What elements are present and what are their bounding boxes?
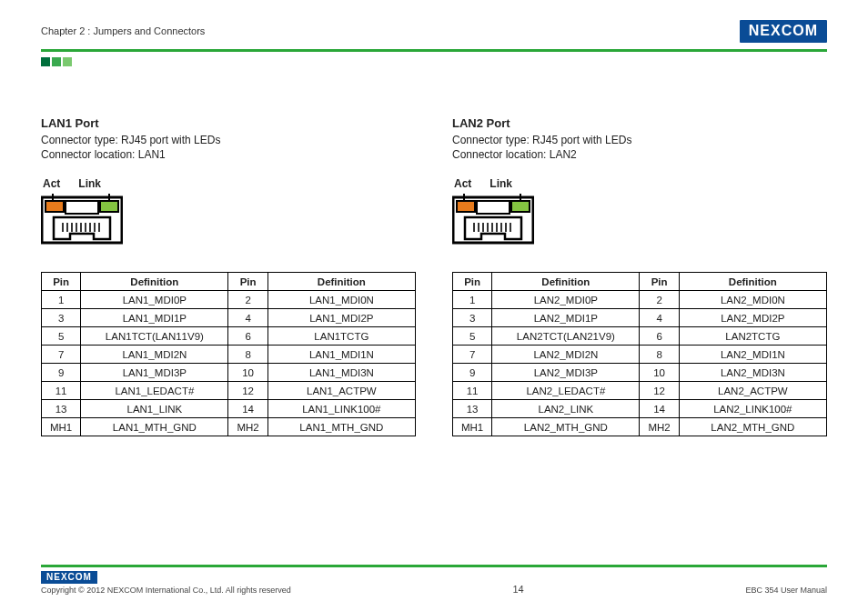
lan2-column: LAN2 Port Connector type: RJ45 port with… <box>452 116 827 436</box>
header-rule <box>41 49 827 52</box>
connector-type: Connector type: RJ45 port with LEDs <box>452 134 827 146</box>
chapter-title: Chapter 2 : Jumpers and Connectors <box>41 25 205 36</box>
rj45-jack-icon <box>452 192 534 246</box>
table-row: 9 LAN2_MDI3P 10 LAN2_MDI3N <box>453 364 827 382</box>
pin-definition-table: Pin Definition Pin Definition 1 LAN2_MDI… <box>452 272 827 436</box>
brand-logo: NEXCOM <box>740 20 827 43</box>
svg-rect-18 <box>477 201 510 214</box>
table-row: MH1 LAN2_MTH_GND MH2 LAN2_MTH_GND <box>453 418 827 436</box>
connector-location: Connector location: LAN1 <box>41 148 416 161</box>
table-row: 13 LAN2_LINK 14 LAN2_LINK100# <box>453 400 827 418</box>
table-row: 7 LAN1_MDI2N 8 LAN1_MDI1N <box>42 346 416 364</box>
jack-label-act: Act <box>454 177 471 190</box>
connector-type: Connector type: RJ45 port with LEDs <box>41 134 416 146</box>
table-row: MH1 LAN1_MTH_GND MH2 LAN1_MTH_GND <box>42 418 416 436</box>
table-row: 1 LAN2_MDI0P 2 LAN2_MDI0N <box>453 291 827 309</box>
copyright-text: Copyright © 2012 NEXCOM International Co… <box>41 586 291 595</box>
pin-definition-table: Pin Definition Pin Definition 1 LAN1_MDI… <box>41 272 416 436</box>
table-row: 11 LAN2_LEDACT# 12 LAN2_ACTPW <box>453 382 827 400</box>
table-row: 5 LAN2TCT(LAN21V9) 6 LAN2TCTG <box>453 327 827 346</box>
content-columns: LAN1 Port Connector type: RJ45 port with… <box>41 116 827 436</box>
table-row: 13 LAN1_LINK 14 LAN1_LINK100# <box>42 400 416 418</box>
jack-label-act: Act <box>43 177 60 190</box>
footer-logo: NEXCOM <box>41 571 97 584</box>
svg-rect-2 <box>100 201 118 212</box>
jack-label-link: Link <box>78 177 101 190</box>
svg-rect-3 <box>66 201 98 214</box>
accent-squares <box>41 57 827 66</box>
page-header: Chapter 2 : Jumpers and Connectors NEXCO… <box>41 18 827 44</box>
svg-rect-16 <box>457 201 475 212</box>
table-row: 3 LAN2_MDI1P 4 LAN2_MDI2P <box>453 309 827 327</box>
table-row: 9 LAN1_MDI3P 10 LAN1_MDI3N <box>42 364 416 382</box>
lan1-column: LAN1 Port Connector type: RJ45 port with… <box>41 116 416 436</box>
page-number: 14 <box>291 584 746 595</box>
table-row: 3 LAN1_MDI1P 4 LAN1_MDI2P <box>42 309 416 327</box>
port-title: LAN2 Port <box>452 116 827 130</box>
page-footer: NEXCOM Copyright © 2012 NEXCOM Internati… <box>41 565 827 595</box>
port-title: LAN1 Port <box>41 116 416 130</box>
connector-location: Connector location: LAN2 <box>452 148 827 161</box>
svg-rect-17 <box>511 201 530 212</box>
table-row: 1 LAN1_MDI0P 2 LAN1_MDI0N <box>42 291 416 309</box>
table-row: 5 LAN1TCT(LAN11V9) 6 LAN1TCTG <box>42 327 416 346</box>
table-row: 11 LAN1_LEDACT# 12 LAN1_ACTPW <box>42 382 416 400</box>
footer-left: NEXCOM Copyright © 2012 NEXCOM Internati… <box>41 571 291 595</box>
jack-label-link: Link <box>490 177 512 190</box>
rj45-jack-icon <box>41 192 123 246</box>
svg-rect-1 <box>45 201 64 212</box>
manual-name: EBC 354 User Manual <box>745 586 827 595</box>
table-row: 7 LAN2_MDI2N 8 LAN2_MDI1N <box>453 346 827 364</box>
